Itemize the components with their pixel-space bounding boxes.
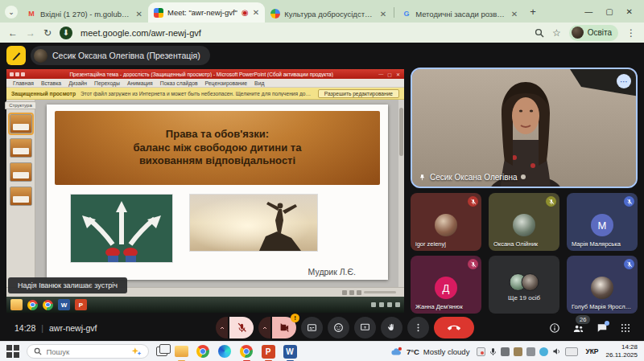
- slide-thumbnail[interactable]: [10, 138, 32, 158]
- ppt-menu-item[interactable]: Переходы: [94, 80, 120, 86]
- telegram-icon[interactable]: [539, 347, 548, 356]
- powerpoint-icon[interactable]: P: [75, 299, 87, 310]
- slide-thumbnail[interactable]: [10, 162, 32, 182]
- participant-name: igor zelenyj: [415, 240, 478, 248]
- mic-options-chevron[interactable]: [216, 317, 228, 338]
- activities-grid-icon[interactable]: [620, 322, 631, 334]
- shared-screen[interactable]: Презентаційна тема - дорослість (Защищен…: [6, 69, 404, 313]
- tab-close-icon[interactable]: ✕: [511, 10, 518, 18]
- chrome-icon[interactable]: [27, 300, 38, 310]
- forward-icon[interactable]: →: [26, 27, 35, 39]
- mic-off-icon: [546, 196, 556, 207]
- camera-toggle-button[interactable]: !: [272, 317, 296, 338]
- participant-tile[interactable]: Оксана Олійник: [489, 193, 559, 251]
- ppt-slides-pane[interactable]: Структура: [6, 100, 35, 287]
- people-icon[interactable]: 26: [572, 322, 584, 334]
- new-tab-button[interactable]: +: [530, 6, 536, 18]
- tile-options-icon[interactable]: ⋯: [617, 74, 631, 88]
- present-button[interactable]: [354, 317, 376, 338]
- word-icon[interactable]: W: [58, 299, 70, 310]
- end-call-button[interactable]: [434, 317, 474, 338]
- chrome-profile-icon[interactable]: [43, 300, 53, 310]
- taskbar-clock[interactable]: 14:28 26.11.2025: [606, 343, 638, 359]
- captions-button[interactable]: [301, 317, 323, 338]
- tab-sites[interactable]: Культура добросусідства : Я і ✕: [265, 5, 392, 23]
- tab-google-doc[interactable]: G Методичні засади розвитку гр ✕: [396, 5, 523, 23]
- language-indicator[interactable]: УКР: [585, 347, 598, 355]
- weather-widget[interactable]: 7°C Mostly cloudy: [390, 347, 470, 356]
- browser-menu-icon[interactable]: ⋮: [626, 27, 636, 39]
- participant-tile[interactable]: Голуб Марія Ярославівна: [567, 256, 638, 314]
- reload-icon[interactable]: ↻: [43, 27, 52, 39]
- ppt-menu-item[interactable]: Дизайн: [68, 80, 87, 86]
- raise-hand-button[interactable]: [381, 317, 402, 338]
- back-icon[interactable]: ←: [8, 27, 18, 39]
- url-text[interactable]: meet.google.com/awr-newj-gvf: [80, 28, 201, 38]
- powerpoint-icon[interactable]: P: [262, 345, 275, 359]
- reactions-button[interactable]: [328, 317, 349, 338]
- meeting-time: 14:28: [14, 323, 35, 333]
- ppt-zoom-slider[interactable]: [364, 291, 396, 293]
- tab-meet-active[interactable]: Meet: "awr-newj-gvf" ◉ ✕: [148, 2, 265, 23]
- tray-target-icon[interactable]: [514, 347, 522, 356]
- task-view-icon[interactable]: [156, 347, 167, 356]
- mic-toggle-button[interactable]: [229, 317, 254, 338]
- tray-icon[interactable]: [526, 347, 535, 356]
- system-tray[interactable]: [477, 347, 578, 356]
- start-button[interactable]: [6, 345, 19, 358]
- chrome-icon[interactable]: [196, 345, 210, 359]
- participant-tile[interactable]: Д Жанна Дем'янюк: [411, 256, 481, 314]
- presenting-indicator-icon[interactable]: [6, 46, 26, 65]
- presenter-banner[interactable]: Сесик Оксана Олегівна (Презентація): [31, 46, 210, 65]
- maximize-button[interactable]: ▢: [605, 7, 613, 16]
- ppt-menu-item[interactable]: Показ слайдов: [160, 80, 198, 86]
- meeting-details-icon[interactable]: [549, 322, 560, 334]
- bookmark-star-icon[interactable]: ☆: [552, 27, 561, 39]
- ppt-menu-item[interactable]: Главная: [13, 80, 34, 86]
- ppt-outline-tab[interactable]: Структура: [5, 101, 35, 109]
- participant-tile[interactable]: M Марія Малярська: [567, 193, 638, 251]
- close-button[interactable]: ✕: [626, 7, 633, 16]
- ppt-window-controls[interactable]: —▢✕: [374, 72, 404, 77]
- edge-icon[interactable]: [218, 345, 232, 359]
- ppt-quick-access-toolbar[interactable]: [6, 72, 28, 76]
- minimize-button[interactable]: —: [584, 7, 592, 16]
- ppt-view-button[interactable]: [342, 290, 347, 295]
- ppt-scrollbar[interactable]: [398, 100, 404, 287]
- tray-mic-icon[interactable]: [489, 347, 497, 356]
- tab-close-icon[interactable]: ✕: [253, 8, 259, 17]
- chrome-meet-icon[interactable]: [240, 345, 254, 359]
- tab-close-icon[interactable]: ✕: [136, 10, 142, 18]
- participant-tile[interactable]: igor zelenyj: [411, 193, 481, 251]
- camera-options-chevron[interactable]: [258, 317, 270, 338]
- ppt-menu-item[interactable]: Вид: [254, 80, 264, 86]
- ppt-view-button[interactable]: [349, 290, 354, 295]
- more-options-button[interactable]: [407, 317, 429, 338]
- ppt-menu-item[interactable]: Вставка: [41, 80, 61, 86]
- ppt-view-button[interactable]: [357, 290, 361, 295]
- speaker-icon[interactable]: [552, 347, 561, 355]
- profile-chip[interactable]: Освіта: [569, 25, 618, 41]
- screen-record-icon[interactable]: [477, 347, 485, 356]
- slide-thumbnail[interactable]: [10, 114, 32, 133]
- tray-icon[interactable]: [501, 347, 510, 356]
- explorer-icon[interactable]: [10, 299, 23, 310]
- participant-name: Марія Малярська: [572, 240, 634, 248]
- word-icon[interactable]: W: [283, 345, 297, 359]
- keyboard-icon[interactable]: [565, 347, 578, 356]
- enable-editing-button[interactable]: Разрешить редактирование: [318, 89, 399, 98]
- more-people-tile[interactable]: Ще 19 осіб: [489, 256, 559, 314]
- tab-gmail[interactable]: M Вхідні (1 270) - m.golub@ippo ✕: [21, 5, 148, 23]
- ppt-menu-item[interactable]: Анимация: [127, 80, 153, 86]
- search-input[interactable]: [47, 347, 126, 356]
- slide-thumbnail[interactable]: [10, 187, 32, 206]
- chat-icon[interactable]: [597, 322, 608, 334]
- main-video-tile[interactable]: ⋯ Сесик Оксана Олегівна: [411, 68, 638, 188]
- zoom-icon[interactable]: [535, 28, 544, 38]
- tab-search-chevron-icon[interactable]: ⌄: [5, 6, 18, 18]
- tab-close-icon[interactable]: ✕: [380, 10, 386, 18]
- explorer-icon[interactable]: [175, 345, 188, 359]
- ppt-menu-item[interactable]: Рецензирование: [205, 80, 247, 86]
- site-info-icon[interactable]: ⬇: [60, 27, 72, 39]
- taskbar-search[interactable]: [27, 344, 149, 359]
